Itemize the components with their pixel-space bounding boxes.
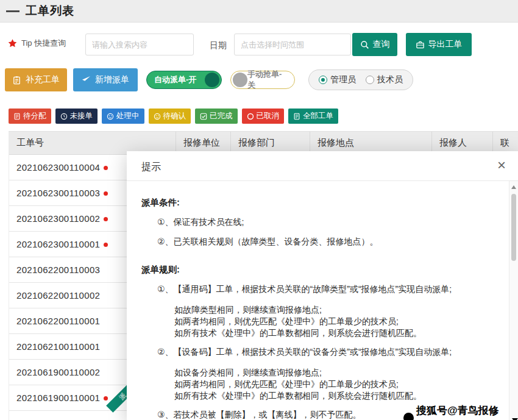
tip-label: Tip 快捷查询 (21, 38, 66, 49)
search-input[interactable] (85, 34, 194, 55)
doc-icon (293, 113, 300, 120)
status-tab-cancelled[interactable]: 已取消 (242, 109, 285, 124)
star-icon (7, 38, 18, 49)
toggle-knob-icon (233, 73, 247, 87)
status-tab-completed[interactable]: 已完成 (195, 109, 238, 124)
modal-scrollbar[interactable] (509, 181, 518, 420)
paper-plane-icon (82, 76, 91, 85)
radio-unchecked-icon (366, 76, 374, 84)
status-tab-label: 全部工单 (303, 111, 333, 121)
status-tab-pending-confirm[interactable]: 待确认 (149, 109, 191, 124)
order-number: 2021062300110001 (16, 239, 100, 249)
new-dispatch-button[interactable]: 新增派单 (73, 68, 138, 91)
status-tab-pending-assign[interactable]: 待分配 (9, 109, 51, 124)
order-number: 2021062300110003 (16, 188, 100, 198)
radio-technician-label: 技术员 (377, 74, 403, 85)
modal-text-sub: 如所有技术《处理中》的工单数都相同，则系统会进行随机匹配。 (141, 327, 504, 339)
modal-text-heading: 派单条件: (141, 197, 504, 208)
order-number: 2021062300110002 (16, 213, 100, 224)
status-tab-label: 已取消 (257, 111, 280, 121)
search-icon (360, 40, 369, 49)
modal-text-sub: 如两者均相同，则优先匹配《处理中》的工单最少的技术员; (141, 316, 504, 327)
sohu-logo-icon (403, 413, 414, 420)
watermark: 搜狐号@青鸟报修云 (403, 404, 518, 420)
modal-text-sub: 如所有技术《处理中》的工单数都相同，则系统会进行随机匹配。 (141, 390, 504, 402)
order-number: 2021062200110003 (16, 265, 100, 275)
order-number: 2021061900110001 (16, 393, 100, 403)
radio-checked-icon (319, 76, 327, 84)
status-tab-label: 已完成 (210, 111, 233, 121)
supplement-order-button[interactable]: 补充工单 (5, 68, 67, 91)
radio-admin[interactable]: 管理员 (319, 74, 356, 85)
status-tab-all[interactable]: 全部工单 (288, 109, 338, 124)
modal-close-button[interactable]: × (497, 157, 506, 173)
export-briefcase-icon (416, 40, 425, 49)
smile-icon (107, 113, 114, 120)
order-number: 2021062300110004 (16, 162, 100, 173)
radio-technician[interactable]: 技术员 (366, 74, 403, 85)
modal-text-sub: 如故障类型相同，则继续查询报修地点; (141, 304, 504, 316)
topbar: 工单列表 (0, 0, 518, 23)
role-radio-group: 管理员 技术员 (308, 69, 413, 90)
status-tab-label: 未接单 (70, 111, 93, 121)
export-button[interactable]: 导出工单 (406, 33, 472, 56)
supplement-button-label: 补充工单 (26, 74, 60, 85)
modal-text-item: ②、已关联相关规则（故障类型、设备分类、报修地点）。 (141, 236, 504, 247)
unread-dot-icon (104, 217, 108, 221)
auto-dispatch-toggle-label: 自动派单-开 (154, 74, 196, 85)
status-tab-not-accepted[interactable]: 未接单 (55, 109, 98, 124)
page-title: 工单列表 (26, 3, 74, 19)
modal-text-heading: 派单规则: (141, 264, 504, 276)
modal-title: 提示 (141, 161, 161, 174)
modal-body: 派单条件:①、保证有技术员在线;②、已关联相关规则（故障类型、设备分类、报修地点… (127, 181, 509, 420)
status-tab-label: 处理中 (116, 111, 140, 121)
quick-search-tip: Tip 快捷查询 (7, 38, 66, 49)
status-tab-processing[interactable]: 处理中 (102, 109, 144, 124)
status-tab-label: 待分配 (23, 111, 46, 121)
radio-admin-label: 管理员 (330, 74, 356, 85)
scrollbar-thumb[interactable] (511, 194, 516, 261)
check-icon (200, 113, 207, 120)
query-button-label: 查询 (373, 39, 390, 50)
watermark-text: 搜狐号@青鸟报修云 (416, 404, 508, 420)
smile-icon (154, 113, 161, 120)
dispatch-button-label: 新增派单 (95, 74, 129, 85)
caret-down-icon (512, 418, 518, 420)
status-tabs: 待分配未接单处理中待确认已完成已取消全部工单 (9, 109, 338, 124)
modal-text-item: ②、【设备码】工单，根据技术员关联的“设备分类”或“报修地点”实现自动派单; (141, 346, 504, 358)
clipboard-icon (12, 76, 21, 85)
modal-text-sub: 如设备分类相同，则继续查询报修地点; (141, 367, 504, 379)
modal-text-item: ①、保证有技术员在线; (141, 216, 504, 228)
modal-dialog: 提示 × 派单条件:①、保证有技术员在线;②、已关联相关规则（故障类型、设备分类… (127, 151, 518, 420)
auto-dispatch-toggle[interactable]: 自动派单-开 (146, 71, 222, 89)
manual-grab-toggle[interactable]: 手动抢单-关 (230, 71, 295, 89)
clock-icon (60, 113, 68, 120)
doc-icon (13, 113, 21, 120)
order-number: 2021062100110001 (16, 341, 100, 352)
export-button-label: 导出工单 (428, 39, 463, 50)
order-number: 2021062200110002 (16, 290, 100, 301)
modal-text-item: ①、【通用码】工单，根据技术员关联的“故障类型”或“报修地点”实现自动派单; (141, 283, 504, 295)
modal-text-sub: 如两者均相同，则优先匹配《处理中》的工单最少的技术员; (141, 379, 504, 390)
unread-dot-icon (104, 191, 108, 196)
order-number: 2021061900110002 (16, 367, 100, 377)
status-tab-label: 待确认 (163, 111, 186, 121)
unread-dot-icon (104, 396, 108, 400)
manual-grab-toggle-label: 手动抢单-关 (247, 69, 287, 91)
query-button[interactable]: 查询 (352, 33, 397, 56)
cancel-icon (247, 113, 254, 120)
unread-dot-icon (104, 166, 108, 170)
date-range-input[interactable] (234, 34, 351, 55)
unread-dot-icon (104, 243, 108, 247)
scroll-up-arrow-icon[interactable] (511, 185, 516, 189)
toggle-knob-icon (205, 73, 219, 87)
order-number: 2021062200110001 (16, 316, 100, 326)
date-label: 日期 (210, 40, 227, 51)
title-dash (6, 10, 20, 12)
